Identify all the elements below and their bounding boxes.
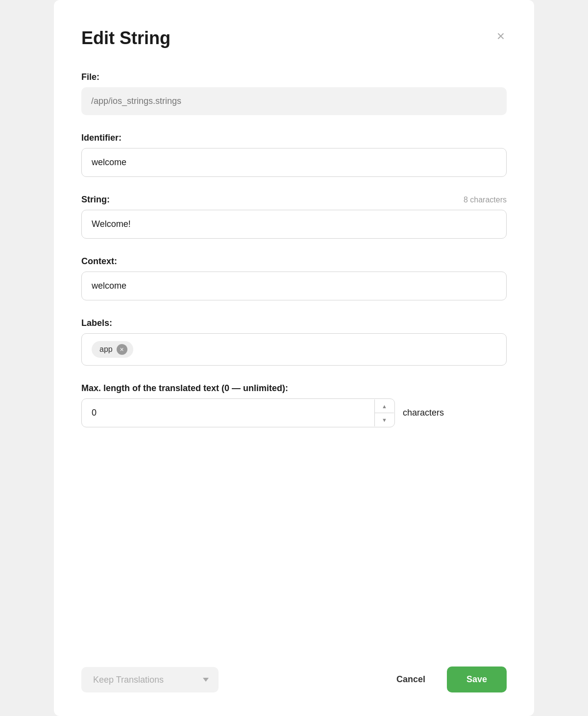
label-tag-app: app × [92,341,133,358]
modal-header: Edit String × [81,27,507,49]
labels-field-group: Labels: app × [81,318,507,366]
characters-label: characters [403,408,444,418]
save-button[interactable]: Save [447,667,507,692]
cancel-button[interactable]: Cancel [387,667,435,692]
identifier-input[interactable] [81,148,507,177]
max-length-group: Max. length of the translated text (0 — … [81,383,507,427]
identifier-label: Identifier: [81,133,507,143]
string-input[interactable] [81,210,507,239]
string-label-row: String: 8 characters [81,195,507,205]
labels-label: Labels: [81,318,507,328]
number-input-wrapper: ▲ ▼ [81,398,395,427]
context-label: Context: [81,256,507,267]
labels-input-container[interactable]: app × [81,333,507,366]
close-button[interactable]: × [495,27,507,45]
remove-icon: × [120,346,124,353]
modal-title: Edit String [81,27,171,49]
char-count: 8 characters [464,196,507,204]
max-length-input[interactable] [81,398,395,427]
chevron-up-icon: ▲ [382,403,387,409]
keep-translations-select[interactable]: Keep Translations Reset Translations [81,667,219,692]
stepper-up-button[interactable]: ▲ [375,399,394,413]
string-label: String: [81,195,110,205]
max-length-label: Max. length of the translated text (0 — … [81,383,507,394]
file-label: File: [81,72,507,82]
label-tag-remove-button[interactable]: × [117,344,127,355]
file-field-group: File: [81,72,507,115]
stepper-buttons: ▲ ▼ [374,399,394,426]
context-field-group: Context: [81,256,507,300]
edit-string-modal: Edit String × File: Identifier: String: … [54,0,534,716]
string-field-group: String: 8 characters [81,195,507,239]
context-input[interactable] [81,272,507,300]
modal-footer: Keep Translations Reset Translations Can… [81,655,507,692]
chevron-down-icon: ▼ [382,417,387,423]
keep-translations-wrapper: Keep Translations Reset Translations [81,667,219,692]
identifier-field-group: Identifier: [81,133,507,177]
close-icon: × [497,29,505,43]
max-length-row: ▲ ▼ characters [81,398,507,427]
label-tag-text: app [99,345,113,354]
file-input [81,87,507,115]
stepper-down-button[interactable]: ▼ [375,413,394,426]
footer-right: Cancel Save [387,667,507,692]
